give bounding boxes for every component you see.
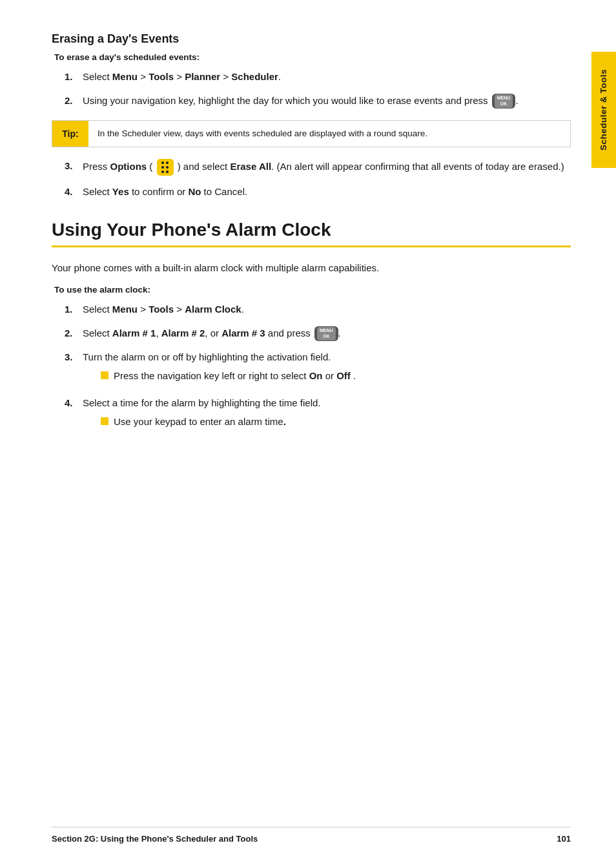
alarm-step-3-bullets: Press the navigation key left or right t… (101, 369, 571, 384)
dot (161, 161, 164, 164)
alarm-step-num-3: 3. (65, 350, 83, 365)
step-num-4: 4. (65, 185, 83, 200)
alarm-step-1: 1. Select Menu > Tools > Alarm Clock. (65, 302, 571, 317)
side-tab: Scheduler & Tools (591, 52, 616, 168)
alarm-steps-list: 1. Select Menu > Tools > Alarm Clock. 2.… (65, 302, 571, 433)
step-content-2: Using your navigation key, highlight the… (83, 94, 571, 109)
menu-ok-icon-1: MENUOK (492, 94, 516, 109)
section-divider (52, 245, 571, 247)
bullet-square-2 (101, 417, 108, 425)
dot (161, 171, 164, 173)
alarm-step-4: 4. Select a time for the alarm by highli… (65, 396, 571, 433)
menu-ok-icon-2: MENUOK (314, 326, 338, 341)
tip-content: In the Scheduler view, days with events … (88, 121, 436, 147)
dot (161, 166, 164, 169)
alarm-intro: Your phone comes with a built-in alarm c… (52, 260, 571, 276)
alarm-step-content-4: Select a time for the alarm by highlight… (83, 396, 571, 433)
alarm-bullet-3-1: Press the navigation key left or right t… (101, 369, 571, 384)
erasing-steps-list: 1. Select Menu > Tools > Planner > Sched… (65, 70, 571, 109)
step-content-1: Select Menu > Tools > Planner > Schedule… (83, 70, 571, 85)
alarm-step-num-1: 1. (65, 302, 83, 317)
alarm-step-3: 3. Turn the alarm on or off by highlight… (65, 350, 571, 387)
alarm-section: Using Your Phone's Alarm Clock Your phon… (52, 219, 571, 295)
tip-box: Tip: In the Scheduler view, days with ev… (52, 120, 571, 147)
erasing-step-3: 3. Press Options ( ) and select E (65, 159, 571, 176)
erasing-step-2: 2. Using your navigation key, highlight … (65, 94, 571, 109)
erasing-steps-list-2: 3. Press Options ( ) and select E (65, 159, 571, 200)
erasing-step-4: 4. Select Yes to confirm or No to Cancel… (65, 185, 571, 200)
alarm-step-4-bullets: Use your keypad to enter an alarm time. (101, 415, 571, 430)
alarm-step-content-3: Turn the alarm on or off by highlighting… (83, 350, 571, 387)
step-content-4: Select Yes to confirm or No to Cancel. (83, 185, 571, 200)
step-content-3: Press Options ( ) and select Erase All. … (83, 159, 571, 176)
page-container: Scheduler & Tools Erasing a Day's Events… (0, 0, 616, 863)
bullet-square (101, 371, 108, 379)
dot (166, 166, 169, 169)
erasing-to-label: To erase a day's scheduled events: (54, 52, 571, 62)
footer-section-text: Section 2G: Using the Phone's Scheduler … (52, 834, 258, 844)
options-grid (161, 161, 169, 174)
alarm-to-label: To use the alarm clock: (54, 285, 571, 295)
step-num-2: 2. (65, 94, 83, 109)
footer: Section 2G: Using the Phone's Scheduler … (52, 827, 571, 844)
erasing-step-1: 1. Select Menu > Tools > Planner > Sched… (65, 70, 571, 85)
alarm-bullet-4-1: Use your keypad to enter an alarm time. (101, 415, 571, 430)
footer-page-number: 101 (557, 834, 571, 844)
step-num-3: 3. (65, 159, 83, 174)
tip-label: Tip: (52, 121, 88, 147)
main-content: Erasing a Day's Events To erase a day's … (52, 0, 571, 433)
dot (166, 171, 169, 173)
erasing-section-title: Erasing a Day's Events (52, 32, 571, 46)
options-icon (157, 159, 174, 176)
side-tab-label: Scheduler & Tools (598, 69, 610, 151)
alarm-step-content-2: Select Alarm # 1, Alarm # 2, or Alarm # … (83, 326, 571, 341)
alarm-step-2: 2. Select Alarm # 1, Alarm # 2, or Alarm… (65, 326, 571, 341)
alarm-step-content-1: Select Menu > Tools > Alarm Clock. (83, 302, 571, 317)
dot (166, 161, 169, 164)
step-num-1: 1. (65, 70, 83, 85)
alarm-step-num-4: 4. (65, 396, 83, 411)
alarm-section-title: Using Your Phone's Alarm Clock (52, 219, 571, 241)
alarm-step-num-2: 2. (65, 326, 83, 341)
